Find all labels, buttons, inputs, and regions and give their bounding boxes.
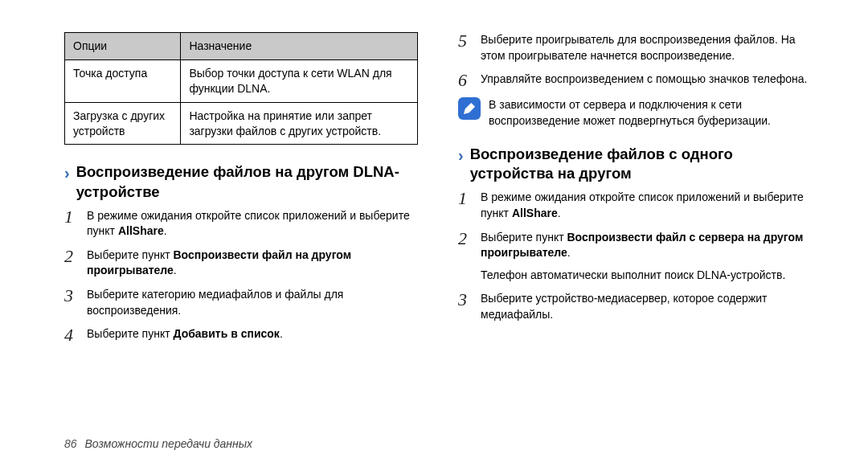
- step-text: Выберите пункт: [481, 231, 567, 244]
- step: 3 Выберите устройство-медиасервер, котор…: [458, 291, 812, 322]
- step-number: 4: [64, 326, 79, 344]
- step-text: .: [558, 207, 561, 219]
- page-number: 86: [64, 437, 77, 450]
- footer-text: Возможности передачи данных: [84, 437, 252, 450]
- step-body: Выберите пункт Воспроизвести файл на дру…: [87, 248, 418, 279]
- step-text: Выберите пункт: [87, 327, 173, 340]
- page: Опции Назначение Точка доступа Выбор точ…: [0, 0, 868, 471]
- step: 3 Выберите категорию медиафайлов и файлы…: [64, 287, 418, 318]
- step-number: 1: [458, 190, 473, 221]
- step: 4 Выберите пункт Добавить в список.: [64, 326, 418, 344]
- step: 2 Выберите пункт Воспроизвести файл на д…: [64, 248, 418, 279]
- step-number: 3: [64, 287, 79, 318]
- step-text: .: [280, 327, 283, 340]
- options-table: Опции Назначение Точка доступа Выбор точ…: [64, 32, 418, 145]
- step-body: Выберите устройство-медиасервер, которое…: [481, 291, 812, 322]
- step: 1 В режиме ожидания откройте список прил…: [458, 190, 812, 221]
- td-option: Точка доступа: [65, 59, 181, 102]
- table-row: Точка доступа Выбор точки доступа к сети…: [65, 59, 418, 102]
- note-icon: [458, 97, 481, 120]
- step-body: Выберите пункт Воспроизвести файл с серв…: [481, 230, 812, 284]
- section-head-right: › Воспроизведение файлов с одного устрой…: [458, 145, 812, 183]
- note-text: В зависимости от сервера и подключения к…: [489, 97, 812, 129]
- step: 5 Выберите проигрыватель для воспроизвед…: [458, 32, 812, 63]
- step-body: В режиме ожидания откройте список прилож…: [481, 190, 812, 221]
- step-subtext: Телефон автоматически выполнит поиск DLN…: [481, 268, 812, 284]
- chevron-right-icon: ›: [64, 164, 70, 182]
- section-title-left: Воспроизведение файлов на другом DLNA-ус…: [76, 162, 418, 201]
- chevron-right-icon: ›: [458, 146, 464, 165]
- step-body: Выберите категорию медиафайлов и файлы д…: [87, 287, 418, 318]
- step: 2 Выберите пункт Воспроизвести файл с се…: [458, 230, 812, 284]
- step-bold: Добавить в список: [173, 327, 279, 340]
- td-purpose: Выбор точки доступа к сети WLAN для функ…: [181, 59, 418, 102]
- step-text: .: [174, 264, 177, 276]
- step-body: В режиме ожидания откройте список прилож…: [87, 208, 418, 240]
- section-title-right: Воспроизведение файлов с одного устройст…: [470, 145, 812, 183]
- step-bold: AllShare: [512, 207, 558, 219]
- step-text: .: [567, 246, 571, 259]
- step-body: Выберите пункт Добавить в список.: [87, 326, 418, 344]
- step: 1 В режиме ожидания откройте список прил…: [64, 208, 418, 240]
- step-number: 5: [458, 32, 473, 63]
- section-head-left: › Воспроизведение файлов на другом DLNA-…: [64, 162, 418, 201]
- steps-left: 1 В режиме ожидания откройте список прил…: [64, 208, 418, 345]
- step-number: 2: [64, 248, 79, 279]
- table-row: Загрузка с других устройств Настройка на…: [65, 102, 418, 145]
- td-option: Загрузка с других устройств: [65, 102, 181, 145]
- step: 6 Управляйте воспроизведением с помощью …: [458, 72, 812, 89]
- step-body: Управляйте воспроизведением с помощью зн…: [481, 72, 812, 89]
- note: В зависимости от сервера и подключения к…: [458, 97, 812, 129]
- step-number: 6: [458, 72, 473, 89]
- columns: Опции Назначение Точка доступа Выбор точ…: [64, 32, 812, 352]
- step-number: 2: [458, 230, 473, 284]
- step-text: Выберите пункт: [87, 248, 173, 261]
- steps-right: 1 В режиме ожидания откройте список прил…: [458, 190, 812, 322]
- step-number: 1: [64, 208, 79, 240]
- step-number: 3: [458, 291, 473, 322]
- th-options: Опции: [65, 33, 181, 60]
- step-bold: AllShare: [118, 224, 164, 237]
- right-column: 5 Выберите проигрыватель для воспроизвед…: [458, 32, 812, 352]
- left-column: Опции Назначение Точка доступа Выбор точ…: [64, 32, 418, 352]
- footer: 86 Возможности передачи данных: [64, 437, 252, 450]
- step-text: .: [164, 224, 167, 237]
- th-purpose: Назначение: [181, 33, 418, 60]
- td-purpose: Настройка на принятие или запрет загрузк…: [181, 102, 418, 145]
- step-body: Выберите проигрыватель для воспроизведен…: [481, 32, 812, 63]
